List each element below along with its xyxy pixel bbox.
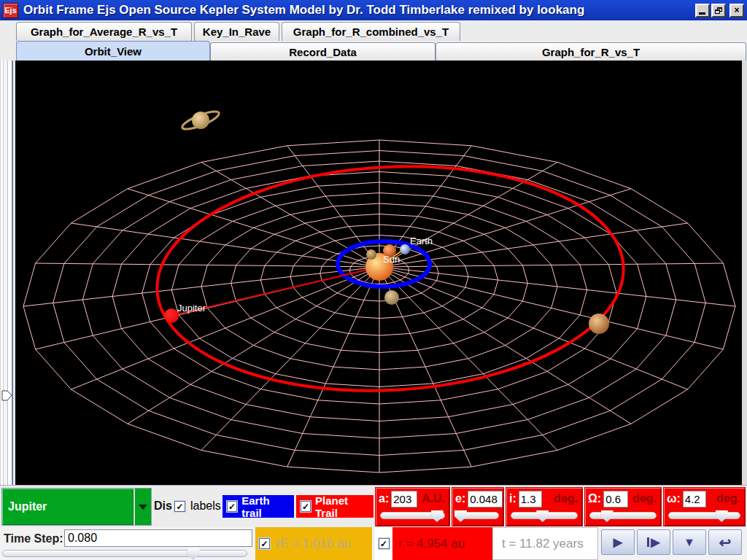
param-e-slider-thumb[interactable] (454, 510, 467, 522)
playback-buttons: ▶ ▶ ▼ ↩ (601, 529, 742, 555)
time-readout-panel: t = 11.82 years (492, 527, 598, 560)
earth-label: Earth (410, 236, 433, 246)
planet-trail-label: Planet Trail (315, 494, 369, 519)
tab-record-data[interactable]: Record_Data (210, 42, 436, 61)
labels-checkbox-label: labels (190, 499, 221, 513)
param-omega-uc-slider[interactable] (589, 512, 657, 519)
param-omega-lc-field[interactable] (683, 491, 706, 508)
reset-icon: ↩ (719, 534, 732, 551)
reset-button[interactable]: ↩ (708, 529, 742, 555)
param-omega-uc-label: Ω: (588, 492, 601, 505)
title-bar[interactable]: Ejs Orbit Frame Ejs Open Source Kepler S… (0, 0, 747, 20)
param-omega-lc-unit: deg. (716, 492, 742, 505)
earth-trail-label: Earth trail (241, 494, 290, 519)
earth-radius-readout-panel: ✓ rE = 1.016 au (255, 527, 372, 560)
step-play-icon: ▶ (651, 535, 659, 549)
tab-orbit-view[interactable]: Orbit_View (16, 41, 210, 61)
param-panel-inclination: i: deg. (506, 487, 583, 526)
app-window: Ejs Orbit Frame Ejs Open Source Kepler S… (0, 0, 747, 560)
time-readout: t = 11.82 years (502, 537, 584, 551)
jupiter-image[interactable] (589, 314, 609, 334)
planet-selector[interactable]: Jupiter (1, 488, 152, 526)
expand-panel-arrow-icon[interactable] (1, 389, 13, 403)
mercury[interactable] (366, 249, 376, 260)
restore-icon (715, 7, 722, 14)
more-options-button[interactable]: ▼ (673, 529, 706, 555)
earth-radius-readout: rE = 1.016 au (276, 537, 351, 551)
param-a-label: a: (379, 492, 389, 505)
display-label: Dis (154, 499, 173, 513)
split-divider[interactable] (0, 61, 15, 485)
step-button[interactable]: ▶ (637, 529, 670, 555)
checkmark-icon: ✓ (228, 502, 236, 511)
playback-bar: Time Step: ✓ rE = 1.016 au ✓ r = 4.954 a… (0, 527, 747, 560)
param-omega-uc-unit: deg. (632, 492, 658, 505)
ejs-app-icon: Ejs (3, 3, 18, 18)
time-step-field[interactable] (64, 529, 252, 547)
main-area: SunEarthJupiter (0, 61, 747, 485)
jupiter-marker-label: Jupiter (177, 303, 206, 314)
time-step-slider[interactable] (2, 550, 247, 557)
planet-selector-arrow-button[interactable] (133, 489, 151, 525)
planet-radius-readout: r = 4.954 au (398, 537, 465, 551)
planet-selector-value: Jupiter (2, 489, 133, 525)
sun-label: Sun (383, 254, 400, 265)
planet-trail-checkbox[interactable]: ✓ (301, 501, 311, 512)
tab-row-views: Orbit_View Record_Data Graph_for_R_vs_T (0, 41, 747, 61)
earth-trail-checkbox[interactable]: ✓ (227, 501, 237, 512)
param-panel-semimajor-axis: a: A.U. (375, 487, 450, 526)
param-i-unit: deg. (554, 492, 579, 505)
planet-radius-checkbox[interactable]: ✓ (379, 538, 390, 549)
venus[interactable] (384, 290, 399, 305)
param-i-slider-thumb[interactable] (536, 510, 549, 522)
tab-graph-average-r-vs-t[interactable]: Graph_for_Average_R_vs_T (16, 22, 192, 41)
tab-graph-r-combined-vs-t[interactable]: Graph_for_R_combined_vs_T (282, 22, 460, 41)
checkmark-icon: ✓ (380, 540, 387, 548)
tab-row-graphs: Graph_for_Average_R_vs_T Key_In_Rave Gra… (0, 20, 747, 41)
param-i-slider[interactable] (511, 512, 578, 519)
param-e-field[interactable] (468, 491, 503, 508)
param-e-slider[interactable] (457, 512, 499, 519)
step-bar-icon (647, 537, 649, 547)
earth[interactable] (400, 244, 410, 254)
tab-graph-r-vs-t[interactable]: Graph_for_R_vs_T (436, 42, 746, 61)
minimize-button[interactable] (695, 4, 710, 18)
param-a-unit: A.U. (422, 492, 446, 505)
orbit-canvas-svg: SunEarthJupiter (15, 61, 742, 485)
param-a-field[interactable] (391, 491, 417, 508)
orbit-view-canvas[interactable]: SunEarthJupiter (15, 61, 742, 485)
param-panel-ascending-node: Ω: deg. (584, 487, 662, 526)
polar-grid (23, 140, 735, 472)
param-i-field[interactable] (519, 491, 542, 508)
play-button[interactable]: ▶ (601, 529, 635, 555)
saturn[interactable] (192, 112, 209, 129)
time-step-label: Time Step: (4, 532, 63, 545)
param-omega-lc-label: ω: (667, 492, 681, 505)
labels-checkbox[interactable]: ✓ (174, 501, 185, 512)
param-omega-uc-slider-thumb[interactable] (601, 510, 614, 522)
minimize-icon (699, 12, 705, 15)
checkmark-icon: ✓ (302, 502, 309, 511)
earth-radius-checkbox[interactable]: ✓ (259, 538, 270, 549)
param-e-label: e: (455, 492, 465, 505)
param-panel-arg-perihelion: ω: deg. (663, 487, 746, 526)
restore-button[interactable] (711, 4, 726, 18)
param-panel-eccentricity: e: (452, 487, 504, 526)
checkmark-icon: ✓ (176, 502, 183, 511)
param-a-slider[interactable] (380, 512, 445, 519)
checkmark-icon: ✓ (260, 540, 268, 548)
param-omega-uc-field[interactable] (603, 491, 628, 508)
param-omega-lc-slider[interactable] (668, 512, 740, 519)
jupiter-marker[interactable] (164, 308, 179, 323)
close-button[interactable]: × (729, 4, 744, 18)
time-step-slider-thumb[interactable] (187, 548, 200, 560)
planet-trail-panel: ✓ Planet Trail (296, 495, 374, 518)
earth-trail-panel: ✓ Earth trail (222, 495, 294, 518)
param-omega-lc-slider-thumb[interactable] (716, 510, 728, 522)
planet-radius-readout-panel: r = 4.954 au (392, 527, 492, 560)
param-a-slider-thumb[interactable] (431, 510, 444, 522)
window-title: Orbit Frame Ejs Open Source Kepler Syste… (23, 3, 695, 18)
chevron-down-icon: ▼ (684, 536, 695, 549)
play-icon: ▶ (614, 535, 622, 549)
tab-key-in-rave[interactable]: Key_In_Rave (194, 22, 279, 41)
